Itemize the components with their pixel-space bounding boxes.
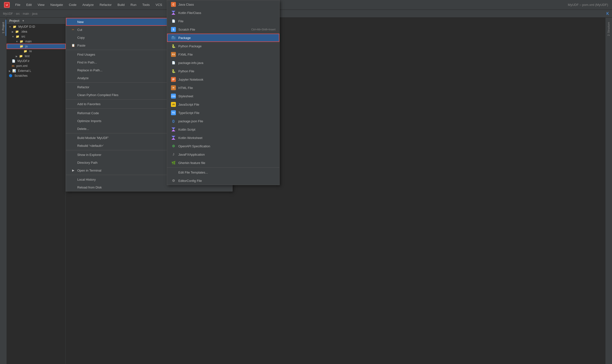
submenu-item-edit-templates[interactable]: Edit File Templates... bbox=[167, 168, 279, 177]
optimize-icon bbox=[71, 119, 75, 123]
folder-icon: 📁 bbox=[19, 54, 23, 58]
submenu-item-stylesheet[interactable]: CSS Stylesheet bbox=[167, 92, 279, 100]
panel-dropdown-icon[interactable]: ▼ bbox=[22, 19, 25, 23]
folder-icon: 📁 bbox=[16, 35, 19, 38]
tree-item-main[interactable]: ▼ 📁 main bbox=[7, 39, 66, 44]
package-icon bbox=[171, 35, 176, 40]
side-tabs-right: 2: Structure bbox=[605, 18, 612, 364]
build-icon bbox=[71, 136, 75, 140]
delete-icon bbox=[71, 127, 75, 131]
new-icon bbox=[71, 20, 75, 24]
history-icon bbox=[71, 177, 75, 182]
svg-marker-7 bbox=[172, 130, 175, 131]
tree-item-resources[interactable]: 📁 re bbox=[7, 49, 66, 54]
analyze-icon bbox=[71, 76, 75, 80]
panel-header: Project ▼ bbox=[7, 18, 66, 24]
menu-navigate[interactable]: Navigate bbox=[48, 2, 65, 8]
python-pkg-icon: 🐍 bbox=[171, 44, 176, 49]
submenu-item-kotlin-worksheet[interactable]: Kotlin Worksheet bbox=[167, 134, 279, 142]
sidebar-item-project[interactable]: 1: Project bbox=[1, 20, 6, 36]
svg-marker-9 bbox=[172, 138, 175, 140]
submenu-item-kotlin-script[interactable]: Kotlin Script bbox=[167, 125, 279, 134]
paste-icon: 📋 bbox=[71, 43, 75, 48]
submenu-item-typescript[interactable]: TS TypeScript File bbox=[167, 109, 279, 117]
tree-item-java[interactable]: 📁 ja bbox=[7, 44, 66, 49]
submenu-item-python-file[interactable]: 🐍 Python File bbox=[167, 67, 279, 75]
submenu-item-gherkin[interactable]: 🌿 Gherkin feature file bbox=[167, 159, 279, 167]
tree-item-test[interactable]: ▶ 📁 test bbox=[7, 54, 66, 59]
menu-tools[interactable]: Tools bbox=[140, 2, 152, 8]
replace-icon bbox=[71, 68, 75, 72]
tree-item-external[interactable]: ▶ 📊 External L bbox=[7, 68, 66, 73]
submenu-item-kotlin-file[interactable]: Kotlin File/Class bbox=[167, 9, 279, 17]
menu-refactor[interactable]: Refactor bbox=[97, 2, 114, 8]
svg-marker-2 bbox=[172, 11, 175, 13]
breadcrumb-item-3[interactable]: java bbox=[32, 12, 38, 15]
submenu-item-editorconfig[interactable]: ⚙ EditorConfig File bbox=[167, 177, 279, 185]
menu-run[interactable]: Run bbox=[128, 2, 139, 8]
folder-icon: 📁 bbox=[13, 25, 16, 28]
sidebar-item-structure[interactable]: 2: Structure bbox=[606, 20, 612, 39]
file-icon: 📄 bbox=[171, 19, 176, 24]
find-usages-icon bbox=[71, 52, 75, 57]
scratch-icon: S bbox=[171, 27, 176, 32]
explorer-icon bbox=[71, 153, 75, 157]
chevron-down-icon: ▼ bbox=[9, 26, 11, 28]
panel-title: Project bbox=[9, 19, 19, 23]
pkg-info-icon: 📄 bbox=[171, 60, 176, 65]
submenu-item-file[interactable]: 📄 File bbox=[167, 17, 279, 25]
tree-item-myudf[interactable]: ▼ 📁 MyUDF D:\D bbox=[7, 24, 66, 29]
rebuild-icon bbox=[71, 143, 75, 148]
javafx-icon: J bbox=[171, 152, 176, 157]
menu-build[interactable]: Build bbox=[115, 2, 127, 8]
submenu-item-package-info[interactable]: 📄 package-info.java bbox=[167, 59, 279, 67]
java-class-icon: C bbox=[171, 2, 176, 7]
submenu-item-java-class[interactable]: C Java Class bbox=[167, 0, 279, 9]
folder-icon: 📁 bbox=[20, 45, 23, 48]
submenu-item-javascript[interactable]: JS JavaScript File bbox=[167, 100, 279, 109]
menu-vcs[interactable]: VCS bbox=[153, 2, 165, 8]
gherkin-icon: 🌿 bbox=[171, 160, 176, 165]
submenu-item-package-json[interactable]: {} package.json File bbox=[167, 117, 279, 125]
file-icon: 📄 bbox=[12, 59, 15, 63]
submenu: C Java Class Kotlin File/Class 📄 File S … bbox=[167, 0, 280, 185]
submenu-item-jupyter[interactable]: IP Jupyter Notebook bbox=[167, 75, 279, 84]
submenu-item-python-package[interactable]: 🐍 Python Package bbox=[167, 42, 279, 50]
breadcrumb-item-0[interactable]: MyUDF bbox=[3, 12, 13, 15]
menu-code[interactable]: Code bbox=[67, 2, 79, 8]
tree-item-pom[interactable]: m pom.xml bbox=[7, 64, 66, 68]
menu-file[interactable]: File bbox=[13, 2, 23, 8]
submenu-item-html[interactable]: H HTML File bbox=[167, 84, 279, 92]
menu-edit[interactable]: Edit bbox=[24, 2, 34, 8]
tree-item-scratches[interactable]: 🔵 Scratches bbox=[7, 73, 66, 78]
tree-item-src[interactable]: ▼ 📁 src bbox=[7, 34, 66, 39]
chevron-right-icon: ▶ bbox=[9, 70, 11, 72]
chevron-down-icon: ▼ bbox=[16, 40, 18, 43]
menu-view[interactable]: View bbox=[35, 2, 47, 8]
submenu-item-fxml[interactable]: FX FXML File bbox=[167, 50, 279, 59]
css-icon: CSS bbox=[171, 94, 176, 99]
copy-icon bbox=[71, 35, 75, 40]
menu-analyze[interactable]: Analyze bbox=[80, 2, 96, 8]
ts-icon: TS bbox=[171, 110, 176, 115]
tree-item-myudf-iml[interactable]: 📄 MyUDF.ir bbox=[7, 59, 66, 64]
submenu-separator bbox=[167, 168, 279, 168]
submenu-item-openapi[interactable]: ⚙ OpenAPI Specification bbox=[167, 142, 279, 150]
find-in-path-icon bbox=[71, 60, 75, 65]
breadcrumb-item-1[interactable]: src bbox=[16, 12, 20, 15]
svg-text:IJ: IJ bbox=[6, 4, 8, 6]
folder-icon: 📁 bbox=[15, 30, 19, 33]
breadcrumb-item-2[interactable]: main bbox=[23, 12, 29, 15]
kotlin-worksheet-icon bbox=[171, 135, 176, 140]
js-icon: JS bbox=[171, 102, 176, 107]
submenu-item-javafx[interactable]: J JavaFXApplication bbox=[167, 150, 279, 159]
openapi-icon: ⚙ bbox=[171, 144, 176, 149]
chevron-right-icon: ▶ bbox=[12, 30, 14, 33]
html-icon: H bbox=[171, 85, 176, 90]
submenu-item-scratch-file[interactable]: S Scratch File Ctrl+Alt+Shift+Insert bbox=[167, 25, 279, 34]
submenu-item-package[interactable]: Package bbox=[167, 34, 279, 42]
tree-item-idea[interactable]: ▶ 📁 .idea bbox=[7, 29, 66, 34]
kotlin-icon: K bbox=[606, 12, 609, 16]
python-icon: 🐍 bbox=[171, 69, 176, 74]
maven-icon: m bbox=[12, 64, 14, 68]
